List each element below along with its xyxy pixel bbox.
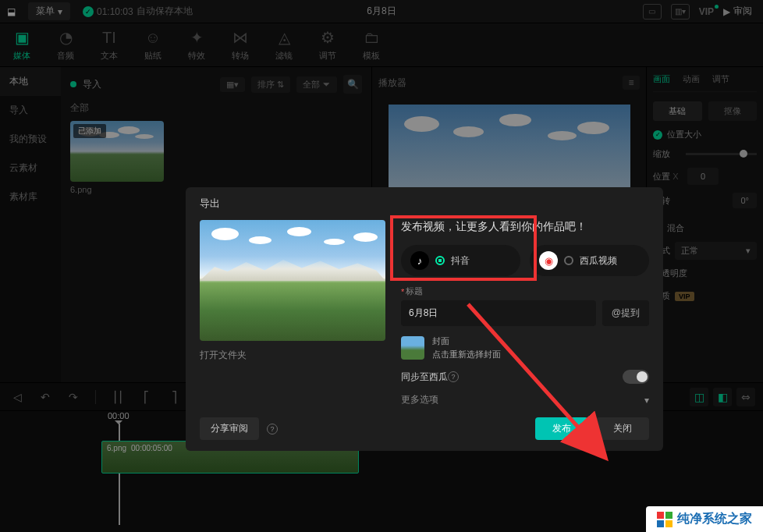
sync-toggle[interactable] bbox=[623, 370, 649, 384]
dialog-title: 导出 bbox=[186, 187, 663, 220]
mention-button[interactable]: @提到 bbox=[602, 300, 649, 326]
douyin-icon: ♪ bbox=[410, 251, 429, 270]
more-options[interactable]: 更多选项▾ bbox=[401, 393, 649, 406]
publish-button[interactable]: 发布 bbox=[535, 417, 588, 440]
cover-label: 封面 bbox=[432, 335, 501, 347]
watermark-icon bbox=[657, 512, 673, 527]
export-preview bbox=[200, 220, 385, 341]
radio-on-icon bbox=[435, 256, 445, 265]
chevron-down-icon: ▾ bbox=[644, 395, 649, 406]
radio-off-icon bbox=[564, 256, 573, 265]
cover-hint[interactable]: 点击重新选择封面 bbox=[432, 349, 501, 360]
xigua-icon: ◉ bbox=[539, 251, 558, 270]
watermark: 纯净系统之家 bbox=[646, 506, 763, 532]
sync-label: 同步至西瓜 bbox=[401, 371, 448, 384]
platform-xigua[interactable]: ◉ 西瓜视频 bbox=[530, 245, 649, 276]
help-icon[interactable]: ? bbox=[267, 424, 278, 434]
open-folder-link[interactable]: 打开文件夹 bbox=[200, 349, 385, 362]
platform-douyin[interactable]: ♪ 抖音 bbox=[401, 245, 520, 276]
publish-heading: 发布视频，让更多人看到你的作品吧！ bbox=[401, 220, 649, 234]
help-icon[interactable]: ? bbox=[448, 371, 459, 382]
title-input[interactable]: 6月8日 bbox=[401, 300, 596, 326]
export-dialog: 导出 打开文件夹 发布视频，让更多人看到你的作品吧！ ♪ 抖音 ◉ 西瓜视频 bbox=[186, 187, 663, 451]
cover-thumbnail[interactable] bbox=[401, 336, 424, 360]
share-review-button[interactable]: 分享审阅 bbox=[200, 417, 259, 440]
title-field-label: 标题 bbox=[406, 286, 423, 297]
close-button[interactable]: 关闭 bbox=[596, 417, 649, 440]
